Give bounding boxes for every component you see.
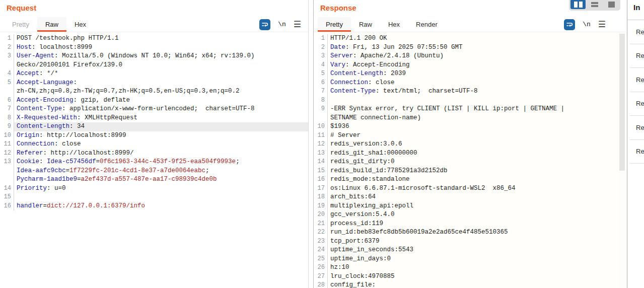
text-token: tcp_port:6379 [330, 238, 380, 245]
header-name: Idea-aafc9cbc [17, 167, 66, 174]
rows-layout-button[interactable] [587, 0, 602, 9]
header-name: Pycharm-1aad1be9 [17, 176, 77, 183]
scrollbar-thumb[interactable] [619, 34, 625, 171]
line-number: 3 [0, 52, 14, 61]
code-line: redis_git_dirty:0 [328, 158, 626, 167]
code-line: hz:10 [328, 263, 626, 272]
code-row: 8X-Requested-With: XMLHttpRequest [0, 114, 308, 123]
code-row: 6Accept-Encoding: gzip, deflate [0, 96, 308, 105]
line-number: 15 [0, 193, 14, 202]
code-line: lru_clock:4970885 [328, 272, 626, 281]
columns-layout-glyph [579, 2, 583, 8]
code-line: redis_mode:standalone [328, 175, 626, 184]
code-line: SETNAME connection-name) [328, 114, 626, 123]
line-number: 6 [0, 96, 14, 105]
code-row: 21process_id:119 [314, 220, 626, 229]
response-editor[interactable]: 1HTTP/1.1 200 OK2Date: Fri, 13 Jun 2025 … [314, 33, 626, 288]
text-token: ; [236, 158, 243, 165]
text-token: : http://localhost:8999 [39, 132, 126, 139]
http-message-viewer: Request PrettyRawHex \n ☰ 1POST /testhoo… [0, 0, 644, 288]
inspector-section[interactable]: Re [630, 68, 644, 92]
code-line: # Server [328, 131, 626, 140]
text-token: config_file: [330, 281, 376, 288]
inspector-section-label: Re [636, 52, 644, 59]
inspector-section[interactable]: Re [630, 92, 644, 116]
code-line: Content-Type: text/html; charset=UTF-8 [328, 87, 626, 96]
header-name: Vary [330, 61, 345, 68]
code-line: Content-Length: 34 [14, 122, 308, 131]
text-token: : gzip, deflate [74, 97, 130, 104]
line-number [0, 87, 14, 96]
line-number: 12 [0, 149, 14, 158]
header-name: Host [17, 44, 32, 51]
request-title: Request [0, 0, 308, 17]
code-row: 5Content-Length: 2039 [314, 69, 626, 79]
inspector-section[interactable]: Re [630, 140, 644, 164]
text-token: : Mozilla/5.0 (Windows NT 10.0; Win64; x… [54, 52, 255, 59]
text-token: POST /testhook.php HTTP/1.1 [17, 35, 119, 42]
inspector-title: In [627, 0, 644, 20]
header-name: Accept [17, 70, 39, 77]
text-token: Gecko/20100101 Firefox/139.0 [17, 61, 122, 68]
word-wrap-icon[interactable] [564, 19, 575, 30]
code-line: Referer: http://localhost:8999/ [14, 149, 308, 158]
inspector-sections: ReReReReReRe [627, 20, 644, 164]
code-line: run_id:beb83efc8db5b60019a2e2ad65ce4f485… [328, 228, 626, 237]
text-token: uptime_in_seconds:5543 [330, 246, 413, 253]
show-newlines-icon[interactable]: \n [278, 21, 286, 28]
tab-pretty[interactable]: Pretty [318, 17, 351, 32]
code-line: uptime_in_seconds:5543 [328, 246, 626, 255]
rows-layout-glyph [591, 2, 598, 4]
header-name: Connection [330, 79, 368, 86]
inspector-section[interactable]: Re [630, 20, 644, 44]
tab-hex[interactable]: Hex [380, 17, 408, 32]
code-row: 13Cookie: Idea-c57456df=0f6c1963-344c-45… [0, 158, 308, 167]
single-layout-button[interactable] [604, 0, 619, 9]
code-row: 27lru_clock:4970885 [314, 272, 626, 281]
code-line: POST /testhook.php HTTP/1.1 [14, 34, 308, 43]
line-number: 10 [314, 122, 328, 131]
code-row: 4Accept: */* [0, 69, 308, 79]
text-token: = [77, 176, 81, 183]
word-wrap-glyph [565, 21, 574, 29]
menu-icon[interactable]: ☰ [598, 20, 606, 29]
code-line: handler=dict://127.0.0.1:6379/info [14, 202, 308, 211]
header-name: Accept-Language [17, 79, 74, 86]
tab-hex[interactable]: Hex [66, 17, 94, 32]
code-row: 20gcc_version:5.4.0 [314, 210, 626, 220]
line-number [0, 167, 14, 176]
request-panel: Request PrettyRawHex \n ☰ 1POST /testhoo… [0, 0, 309, 288]
response-scrollbar[interactable] [619, 34, 625, 288]
tab-render[interactable]: Render [408, 17, 446, 32]
text-token: : Apache/2.4.18 (Ubuntu) [353, 52, 444, 59]
word-wrap-icon[interactable] [259, 19, 270, 30]
text-token: : Accept-Encoding [345, 61, 410, 68]
line-number: 15 [314, 167, 328, 176]
tab-raw[interactable]: Raw [37, 17, 66, 32]
code-row: 18arch_bits:64 [314, 193, 626, 202]
inspector-section-label: Re [636, 148, 644, 155]
code-line: gcc_version:5.4.0 [328, 210, 626, 220]
menu-icon[interactable]: ☰ [294, 20, 301, 29]
inspector-section-label: Re [636, 100, 644, 107]
tab-raw[interactable]: Raw [351, 17, 380, 32]
header-name: Accept-Encoding [17, 97, 74, 104]
show-newlines-icon[interactable]: \n [583, 21, 591, 28]
value-token: dict://127.0.0.1:6379/info [47, 202, 145, 209]
code-row: 2Date: Fri, 13 Jun 2025 07:55:50 GMT [314, 43, 626, 52]
code-row: 19multiplexing_api:epoll [314, 202, 626, 211]
columns-layout-button[interactable] [570, 0, 586, 9]
line-number: 7 [0, 105, 14, 114]
code-row: 23tcp_port:6379 [314, 237, 626, 246]
tab-pretty[interactable]: Pretty [4, 17, 37, 32]
code-row: 7Content-Type: application/x-www-form-ur… [0, 105, 308, 114]
request-editor[interactable]: 1POST /testhook.php HTTP/1.12Host: local… [0, 33, 308, 288]
code-line: Content-Type: application/x-www-form-url… [14, 105, 308, 114]
inspector-section[interactable]: Re [630, 116, 644, 140]
code-line: config_file: [328, 281, 626, 288]
code-line: X-Requested-With: XMLHttpRequest [14, 114, 308, 123]
inspector-section[interactable]: Re [630, 44, 644, 68]
code-row: SETNAME connection-name) [314, 114, 626, 123]
code-row: 14redis_git_dirty:0 [314, 158, 626, 167]
line-number: 24 [314, 246, 328, 255]
